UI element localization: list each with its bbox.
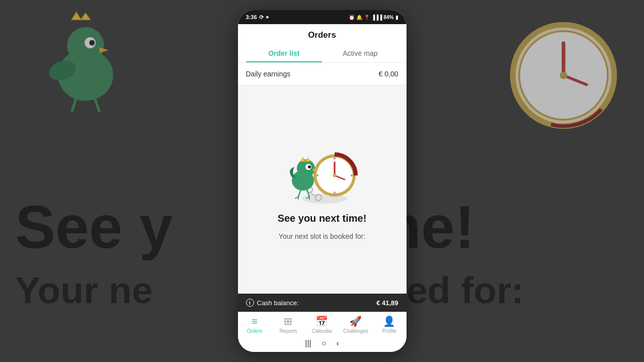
cash-balance-left: i Cash balance:: [246, 299, 299, 307]
challenges-label: Challenges: [343, 328, 368, 334]
mute-icon: 🔔: [356, 15, 362, 20]
svg-marker-0: [72, 13, 91, 20]
reports-label: Reports: [279, 328, 297, 334]
orders-label: Orders: [247, 328, 263, 334]
tab-order-list[interactable]: Order list: [246, 45, 323, 62]
main-subtitle: Your next slot is booked for:: [279, 232, 365, 240]
app-header: Orders Order list Active map: [238, 24, 407, 63]
svg-line-7: [72, 98, 76, 112]
tab-bar: Order list Active map: [246, 45, 398, 62]
time-display: 3:36: [246, 14, 257, 20]
battery-icon: ▮: [395, 15, 398, 20]
status-left: 3:36 ⟳ ⌖: [246, 14, 269, 21]
home-ind-back[interactable]: ‹: [336, 339, 339, 348]
earnings-label: Daily earnings: [246, 70, 291, 78]
svg-point-21: [334, 157, 336, 159]
calendar-icon: 📅: [315, 315, 328, 327]
bg-bird-illustration: [30, 10, 141, 131]
cash-balance-bar: i Cash balance: € 41,89: [238, 294, 407, 312]
bg-clock-illustration: [508, 20, 619, 131]
main-title: See you next time!: [278, 213, 367, 224]
svg-line-34: [298, 190, 301, 197]
nav-item-challenges[interactable]: 🚀 Challenges: [343, 315, 368, 334]
home-indicator: ||| ○ ‹: [238, 336, 407, 352]
svg-point-4: [89, 40, 95, 46]
main-content: See you next time! Your next slot is boo…: [238, 85, 407, 294]
nav-item-profile[interactable]: 👤 Profile: [377, 315, 402, 334]
profile-label: Profile: [382, 328, 396, 334]
nav-item-calendar[interactable]: 📅 Calendar: [309, 315, 335, 334]
illustration-svg: [282, 139, 362, 205]
home-ind-menu: |||: [305, 339, 311, 348]
earnings-bar: Daily earnings € 0,00: [238, 63, 407, 85]
nav-item-reports[interactable]: ⊞ Reports: [276, 315, 301, 334]
profile-icon: 👤: [383, 315, 395, 327]
alarm-icon: ⏰: [349, 15, 355, 20]
status-right: ⏰ 🔔 📍 ▐▐▐ 84% ▮: [349, 15, 398, 20]
nav-item-orders[interactable]: ≡ Orders: [242, 316, 267, 334]
svg-point-20: [333, 173, 337, 177]
svg-marker-30: [301, 157, 310, 161]
svg-line-8: [95, 98, 99, 112]
tab-active-map[interactable]: Active map: [322, 45, 398, 62]
home-ind-home[interactable]: ○: [321, 339, 327, 348]
orders-icon: ≡: [252, 316, 258, 327]
info-icon: i: [246, 299, 254, 307]
page-title: Orders: [246, 30, 398, 45]
cash-balance-value: € 41,89: [376, 299, 398, 307]
status-bar: 3:36 ⟳ ⌖ ⏰ 🔔 📍 ▐▐▐ 84% ▮: [238, 10, 407, 24]
signal-icon: ▐▐▐: [371, 15, 382, 20]
battery-display: 84%: [383, 15, 393, 20]
location-pin-icon: 📍: [364, 15, 370, 20]
rotation-icon: ⟳: [259, 14, 264, 21]
svg-line-36: [295, 197, 298, 199]
bottom-nav: ≡ Orders ⊞ Reports 📅 Calendar 🚀 Challeng…: [238, 312, 407, 336]
calendar-label: Calendar: [312, 328, 333, 334]
svg-marker-5: [100, 47, 109, 53]
challenges-icon: 🚀: [349, 315, 362, 327]
svg-point-24: [316, 174, 318, 176]
phone-container: 3:36 ⟳ ⌖ ⏰ 🔔 📍 ▐▐▐ 84% ▮ Orders Order li…: [238, 10, 407, 352]
bird-clock-illustration: [282, 139, 362, 205]
location-icon: ⌖: [266, 14, 269, 21]
earnings-value: € 0,00: [379, 70, 398, 78]
svg-point-22: [351, 174, 353, 176]
svg-point-13: [560, 72, 568, 79]
reports-icon: ⊞: [284, 315, 292, 327]
svg-point-23: [334, 192, 336, 194]
svg-point-32: [308, 165, 311, 168]
cash-balance-label: Cash balance:: [257, 299, 299, 307]
